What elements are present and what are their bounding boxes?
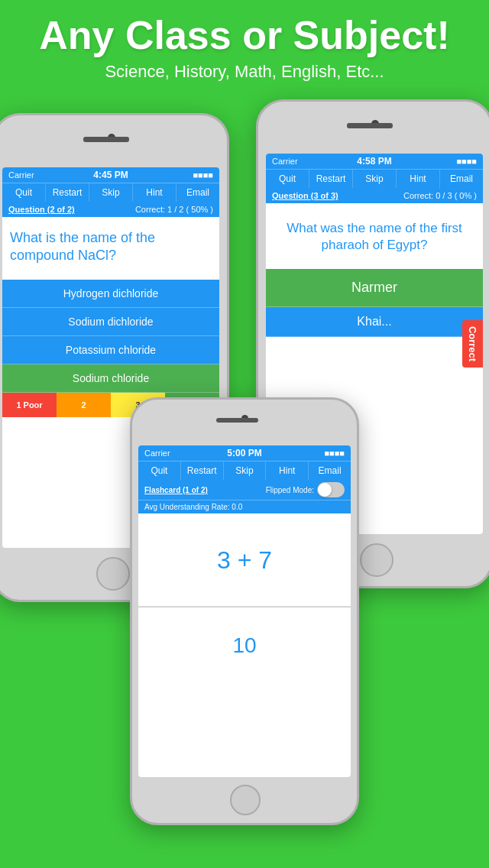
phone1-speaker — [83, 137, 129, 142]
phone2-answers: Narmer Khai... — [266, 269, 483, 337]
phone3: Carrier 5:00 PM ■■■■ Quit Restart Skip H… — [130, 397, 359, 825]
phone3-flipped-mode: Flipped Mode: — [266, 482, 345, 497]
phone2-info-bar: Question (3 of 3) Correct: 0 / 3 ( 0% ) — [266, 188, 483, 205]
phone1-question-area: What is the name of the compound NaCl? — [2, 219, 219, 280]
header-title: Any Class or Subject! — [15, 14, 474, 57]
phone1-answers: Hydrogen dichloride Sodium dichloride Po… — [2, 280, 219, 393]
phone1-question-info: Question (2 of 2) — [8, 205, 75, 214]
phone1-battery: ■■■■ — [193, 170, 213, 180]
phone3-card-back[interactable]: 10 — [138, 607, 351, 684]
phone3-speaker — [216, 418, 258, 423]
phone2-question-info: Question (3 of 3) — [272, 191, 338, 200]
phone1-correct-info: Correct: 1 / 2 ( 50% ) — [135, 205, 213, 214]
phone3-card-front[interactable]: 3 + 7 — [138, 515, 351, 607]
phone1-quit-btn[interactable]: Quit — [2, 183, 46, 202]
phone3-toggle-knob — [318, 483, 332, 497]
phone1-restart-btn[interactable]: Restart — [46, 183, 89, 202]
phone1-carrier: Carrier — [8, 170, 34, 180]
phone1-answer-2[interactable]: Potassium chloride — [2, 336, 219, 364]
phone3-avg-label: Avg Understanding Rate: 0.0 — [144, 503, 242, 511]
phone2-toolbar: Quit Restart Skip Hint Email — [266, 169, 483, 188]
phone1-time: 4:45 PM — [93, 170, 128, 180]
phone1-info-bar: Question (2 of 2) Correct: 1 / 2 ( 50% ) — [2, 202, 219, 219]
phone1-home[interactable] — [96, 557, 130, 591]
phone2-carrier: Carrier — [272, 157, 298, 166]
phone3-home[interactable] — [230, 785, 261, 815]
phone3-flashcard-label: Flashcard (1 of 2) — [144, 486, 208, 494]
phone2-battery: ■■■■ — [456, 157, 477, 166]
phone1-rating-1[interactable]: 1 Poor — [2, 393, 57, 417]
phone2-home[interactable] — [360, 543, 393, 577]
phone1-answer-0[interactable]: Hydrogen dichloride — [2, 280, 219, 308]
phone1-question-text: What is the name of the compound NaCl? — [10, 229, 212, 265]
phone3-avg-bar: Avg Understanding Rate: 0.0 — [138, 500, 351, 515]
phone2-quit-btn[interactable]: Quit — [266, 170, 309, 188]
phone3-quit-btn[interactable]: Quit — [138, 462, 181, 480]
phone1-answer-3[interactable]: Sodium chloride — [2, 364, 219, 393]
phone2-hint-btn[interactable]: Hint — [397, 170, 440, 188]
phone2-question-area: What was the name of the first pharaoh o… — [266, 205, 483, 269]
phone2-time: 4:58 PM — [357, 156, 391, 167]
phone3-hint-btn[interactable]: Hint — [266, 462, 309, 480]
header: Any Class or Subject! Science, History, … — [0, 0, 489, 89]
phone2-correct-info: Correct: 0 / 3 ( 0% ) — [403, 191, 477, 200]
phone1-answer-1[interactable]: Sodium dichloride — [2, 308, 219, 336]
phone3-flipped-toggle[interactable] — [317, 482, 345, 497]
phone1-toolbar: Quit Restart Skip Hint Email — [2, 183, 219, 202]
phone2-email-btn[interactable]: Email — [440, 170, 483, 188]
phone3-answer-value: 10 — [232, 633, 256, 658]
phone2-answer-1[interactable]: Khai... — [266, 307, 483, 337]
phone3-screen: Carrier 5:00 PM ■■■■ Quit Restart Skip H… — [138, 445, 351, 777]
phone3-math-expression: 3 + 7 — [217, 546, 272, 575]
phone1-rating-2[interactable]: 2 — [57, 393, 111, 417]
phone2-restart-btn[interactable]: Restart — [309, 170, 353, 188]
phone3-carrier: Carrier — [144, 449, 170, 458]
header-subtitle: Science, History, Math, English, Etc... — [15, 62, 474, 82]
phone2-status-bar: Carrier 4:58 PM ■■■■ — [266, 154, 483, 169]
phone3-flashcard-info: Flashcard (1 of 2) Flipped Mode: — [138, 480, 351, 500]
phone2-question-text: What was the name of the first pharaoh o… — [274, 220, 475, 254]
phone3-battery: ■■■■ — [324, 449, 345, 458]
correct-badge: Correct — [462, 320, 483, 368]
phone3-skip-btn[interactable]: Skip — [224, 462, 267, 480]
phone2-skip-btn[interactable]: Skip — [353, 170, 397, 188]
phone1-status-bar: Carrier 4:45 PM ■■■■ — [2, 167, 219, 183]
phone3-time: 5:00 PM — [227, 448, 261, 458]
phone3-email-btn[interactable]: Email — [309, 462, 351, 480]
phone3-status-bar: Carrier 5:00 PM ■■■■ — [138, 445, 351, 461]
phone1-email-btn[interactable]: Email — [176, 183, 219, 202]
phone3-restart-btn[interactable]: Restart — [181, 462, 224, 480]
phone3-toolbar: Quit Restart Skip Hint Email — [138, 461, 351, 480]
phone1-hint-btn[interactable]: Hint — [133, 183, 176, 202]
phone2-speaker — [347, 123, 393, 128]
phone1-skip-btn[interactable]: Skip — [89, 183, 133, 202]
phone2-answer-0[interactable]: Narmer — [266, 269, 483, 307]
